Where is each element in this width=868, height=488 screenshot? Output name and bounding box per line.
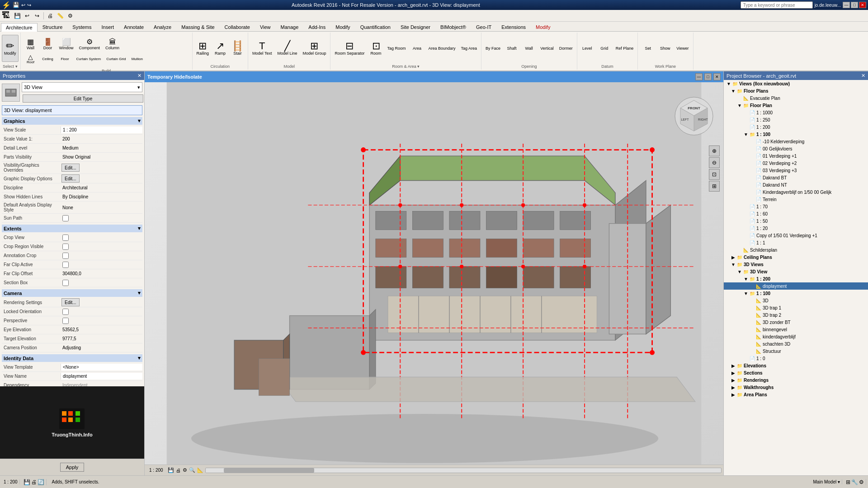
shaft-button[interactable]: Shaft (504, 35, 520, 62)
pb-3d-view-group[interactable]: ▼ 📁 3D View (724, 268, 868, 275)
qa-measure-button[interactable]: 📏 (56, 11, 65, 20)
print-icon[interactable]: 🖨 (176, 468, 181, 473)
pb-verdieping2[interactable]: 📄 02 Verdieping +2 (724, 160, 868, 167)
qa-redo-button[interactable]: ↪ (33, 11, 42, 20)
gd-edit-button[interactable]: Edit... (61, 174, 80, 183)
search-input[interactable] (741, 1, 813, 9)
pb-scale-100-group[interactable]: ▼ 📁 1 : 100 (724, 131, 868, 138)
tab-modify2[interactable]: Modify (531, 23, 555, 31)
viewport-maximize-btn[interactable]: □ (704, 73, 712, 80)
view-name-field[interactable]: displayment (61, 373, 142, 380)
tab-sitedesigner[interactable]: Site Designer (396, 23, 435, 31)
pb-scale-200[interactable]: 📄 1 : 200 (724, 123, 868, 131)
curtain-grid-button[interactable]: Curtain Grid (104, 52, 128, 66)
tag-room-button[interactable]: Tag Room (385, 35, 408, 62)
apply-button[interactable]: Apply (60, 463, 85, 472)
pb-scale-20[interactable]: 📄 1 : 20 (724, 225, 868, 232)
pb-kinderdagverblijf2[interactable]: 📐 kinderdagverblijf (724, 333, 868, 340)
pb-views-root[interactable]: ▼ 📁 Views (llox nieuwbouw) (724, 80, 868, 87)
qa-save[interactable]: 💾 (13, 2, 19, 8)
pb-ceiling-plans[interactable]: ▶ 📁 Ceiling Plans (724, 253, 868, 261)
status-print-icon[interactable]: 🖨 (31, 479, 37, 485)
door-button[interactable]: 🚪 Door (40, 37, 56, 52)
pb-scale-70[interactable]: 📄 1 : 70 (724, 203, 868, 210)
pb-binnengevel[interactable]: 📐 binnengevel (724, 326, 868, 333)
level-button[interactable]: Level (579, 35, 595, 62)
tab-massing[interactable]: Massing & Site (176, 23, 219, 31)
pb-schildersplan[interactable]: 📐 Schildersplan (724, 246, 868, 253)
view-template-value[interactable]: <None> (61, 364, 142, 371)
pb-3d-scale-100[interactable]: ▼ 📁 1 : 100 (724, 290, 868, 297)
view-controls-3d[interactable]: ⊞ (709, 181, 720, 192)
zoom-out-button[interactable]: ⊖ (709, 157, 720, 168)
evacuatie-expand[interactable] (736, 95, 743, 101)
status-sync-icon[interactable]: 🔄 (38, 479, 44, 485)
tab-quantification[interactable]: Quantification (355, 23, 396, 31)
tab-addins[interactable]: Add-Ins (303, 23, 330, 31)
pb-kinderdagverblijf[interactable]: 📄 Kinderdagverblijf on 1/50 00 Gelijk (724, 188, 868, 196)
wall-opening-button[interactable]: Wall (521, 35, 537, 62)
camera-section-header[interactable]: Camera ▾ (2, 289, 142, 297)
ceiling-button[interactable]: Ceiling (40, 52, 56, 66)
component-button[interactable]: ⚙ Component (77, 37, 103, 52)
zoom-control[interactable]: 🔍 (189, 467, 195, 473)
zoom-fit-button[interactable]: ⊡ (709, 169, 720, 180)
pb-scale-250[interactable]: 📄 1 : 250 (724, 116, 868, 123)
viewport-minimize-btn[interactable]: — (695, 73, 703, 80)
model-line-button[interactable]: ╱ Model Line (275, 35, 299, 62)
tab-structure[interactable]: Structure (38, 23, 68, 31)
pb-3d[interactable]: 📐 3D (724, 297, 868, 304)
pb-close-icon[interactable]: ✕ (861, 73, 865, 79)
tab-analyze[interactable]: Analyze (149, 23, 176, 31)
locked-orient-checkbox[interactable] (62, 309, 69, 315)
viewer-button[interactable]: Viewer (674, 35, 691, 62)
pb-scale-1000[interactable]: 📄 1 : 1000 (724, 109, 868, 116)
area-boundary-button[interactable]: Area Boundary (426, 35, 458, 62)
views-expand-icon[interactable]: ▼ (726, 80, 732, 87)
pb-3d-scale-200[interactable]: ▼ 📁 1 : 200 (724, 275, 868, 282)
pb-scale-1[interactable]: 📄 1 : 1 (724, 239, 868, 246)
tab-systems[interactable]: Systems (67, 23, 96, 31)
viewport-close-btn[interactable]: ✕ (713, 73, 721, 80)
status-tool3[interactable]: ⚙ (859, 479, 864, 485)
qa-settings-button[interactable]: ⚙ (66, 11, 75, 20)
far-clip-checkbox[interactable] (62, 262, 69, 268)
pb-scale-60[interactable]: 📄 1 : 60 (724, 210, 868, 217)
scrollbar-thumb[interactable] (224, 468, 314, 473)
section-box-checkbox[interactable] (62, 280, 69, 286)
pb-walkthroughs[interactable]: ▶ 📁 Walkthroughs (724, 384, 868, 391)
horizontal-scrollbar[interactable] (205, 468, 722, 473)
sun-path-checkbox[interactable] (62, 215, 69, 221)
pb-copy-verd1[interactable]: 📄 Copy of 1/50 01 Verdieping +1 (724, 232, 868, 239)
curtain-system-button[interactable]: Curtain System (74, 52, 104, 66)
identity-section-header[interactable]: Identity Data ▾ (2, 354, 142, 362)
floor-plan-expand[interactable]: ▼ (736, 102, 743, 108)
crop-view-checkbox[interactable] (62, 235, 69, 241)
pb-scale-50[interactable]: 📄 1 : 50 (724, 217, 868, 225)
rendering-edit-button[interactable]: Edit... (61, 298, 80, 306)
modify-button[interactable]: ✏ Modify (2, 35, 19, 62)
tab-bimobject[interactable]: BIMobject® (435, 23, 471, 31)
pb-3d-trap2[interactable]: 📐 3D trap 2 (724, 311, 868, 319)
view-scale-value[interactable]: 1 : 200 (61, 127, 142, 133)
settings-icon[interactable]: ⚙ (183, 467, 187, 473)
ref-plane-button[interactable]: Ref Plane (613, 35, 636, 62)
save-icon[interactable]: 💾 (168, 467, 174, 473)
railing-button[interactable]: ⊞ Railing (194, 35, 212, 62)
pb-evacuatie[interactable]: 📐 Evacuatie Plan (724, 94, 868, 102)
status-save-icon[interactable]: 💾 (24, 479, 30, 485)
qa-undo[interactable]: ↩ (21, 2, 25, 8)
pb-gelijkvloers[interactable]: 📄 00 Gelijkvloers (724, 145, 868, 152)
zoom-in-button[interactable]: ⊕ (709, 145, 720, 156)
pb-dakrand-bt[interactable]: 📄 Dakrand BT (724, 174, 868, 181)
minimize-button[interactable]: — (843, 2, 850, 8)
qa-redo[interactable]: ↪ (27, 2, 31, 8)
detail-level-value[interactable]: Medium (61, 145, 142, 151)
mullion-button[interactable]: Mullion (129, 52, 145, 66)
area-button[interactable]: Area (409, 35, 425, 62)
tab-extensions[interactable]: Extensions (496, 23, 531, 31)
crop-region-checkbox[interactable] (62, 244, 69, 250)
vg-edit-button[interactable]: Edit... (61, 164, 80, 172)
tab-architecture[interactable]: Architecture (1, 23, 38, 32)
pb-3d-zonder-bt[interactable]: 📐 3D zonder BT (724, 319, 868, 326)
